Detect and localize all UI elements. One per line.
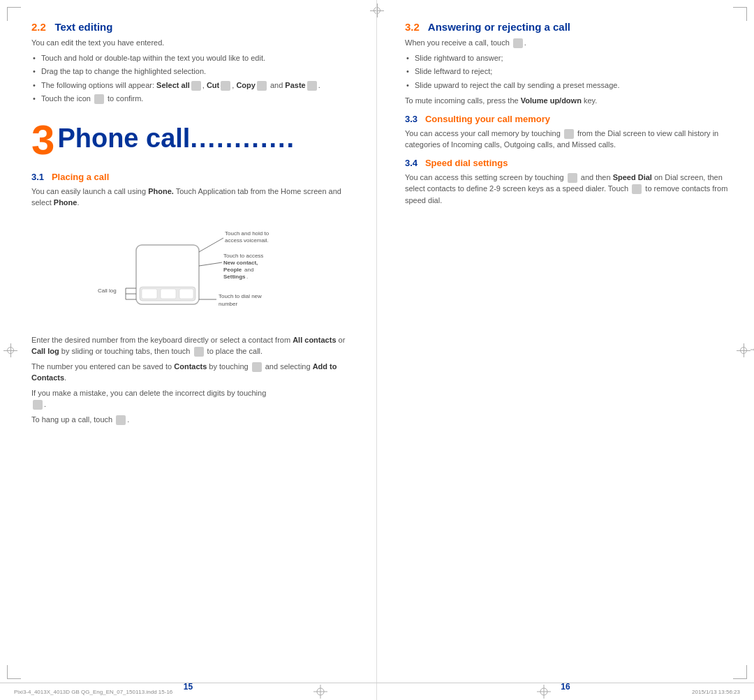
- svg-text:and: and: [244, 267, 253, 273]
- confirm-icon: [94, 94, 104, 104]
- bullet-drag-tap: Drag the tap to change the highlighted s…: [31, 66, 352, 77]
- footer-left-text: Pixi3-4_4013X_4013D GB QG_Eng_EN_07_1501…: [14, 689, 172, 695]
- svg-text:Touch to dial new: Touch to dial new: [219, 293, 262, 299]
- section-3-1-para2: Enter the desired number from the keyboa…: [31, 334, 352, 357]
- reg-mark-right-page: [751, 343, 754, 358]
- section-3-3-para1: You can access your call memory by touch…: [405, 128, 730, 151]
- delete-icon: [33, 400, 43, 410]
- hangup-icon: [116, 415, 126, 425]
- section-3-1-para4: If you make a mistake, you can delete th…: [31, 387, 352, 410]
- svg-line-5: [199, 238, 223, 252]
- chapter-3-title: Phone call: [57, 124, 190, 153]
- section-2-2-number: 2.2: [31, 21, 46, 33]
- reg-mark-bottom-right: [537, 685, 551, 699]
- footer-bar: Pixi3-4_4013X_4013D GB QG_Eng_EN_07_1501…: [0, 683, 754, 700]
- dial-diagram-area: Touch and hold to access voicemail. Touc…: [31, 219, 352, 324]
- svg-rect-2: [142, 289, 157, 299]
- bullet-touch-hold: Touch and hold or double-tap within the …: [31, 52, 352, 64]
- page-wrapper: 2.2 Text editing You can edit the text y…: [0, 0, 754, 700]
- section-3-1-para5: To hang up a call, touch .: [31, 414, 352, 426]
- svg-text:number: number: [219, 301, 237, 307]
- chapter-3-dots: ............: [190, 124, 295, 153]
- bullet-slide-up: Slide upward to reject the call by sendi…: [405, 80, 730, 91]
- footer-right-text: 2015/1/13 13:56:23: [692, 689, 740, 695]
- section-3-2-bullets: Slide rightward to answer; Slide leftwar…: [405, 52, 730, 91]
- reg-mark-bottom-left: [313, 685, 327, 699]
- svg-line-8: [199, 262, 222, 266]
- left-page: 2.2 Text editing You can edit the text y…: [0, 0, 377, 700]
- section-2-2-intro: You can edit the text you have entered.: [31, 37, 352, 49]
- right-page: 3.2 Answering or rejecting a call When y…: [377, 0, 754, 700]
- section-3-4-heading: 3.4 Speed dial settings: [405, 158, 730, 168]
- copy-icon: [257, 81, 267, 91]
- section-3-2-title: Answering or rejecting a call: [428, 21, 570, 33]
- call-icon: [194, 347, 204, 357]
- section-3-1-number: 3.1: [31, 172, 44, 182]
- svg-text:Touch and hold to: Touch and hold to: [225, 230, 269, 237]
- section-3-2-heading: 3.2 Answering or rejecting a call: [405, 21, 730, 33]
- section-3-2-para2: To mute incoming calls, press the Volume…: [405, 95, 730, 107]
- svg-text:Call log: Call log: [98, 288, 117, 294]
- call-memory-icon: [564, 129, 574, 139]
- section-3-4-para1: You can access this setting screen by to…: [405, 172, 730, 207]
- section-3-1-title: Placing a call: [52, 172, 109, 182]
- cut-icon: [221, 81, 230, 91]
- svg-text:Settings: Settings: [223, 274, 246, 280]
- svg-rect-4: [179, 289, 193, 299]
- section-3-3-number: 3.3: [405, 114, 417, 124]
- bullet-slide-left: Slide leftward to reject;: [405, 66, 730, 77]
- paste-icon: [307, 81, 317, 91]
- dial-diagram-svg: Touch and hold to access voicemail. Touc…: [94, 224, 290, 318]
- save-icon: [252, 362, 262, 372]
- svg-rect-3: [161, 289, 176, 299]
- svg-text:.: .: [246, 274, 248, 280]
- svg-text:New contact,: New contact,: [223, 260, 258, 266]
- section-3-4-number: 3.4: [405, 158, 417, 168]
- section-3-1-heading: 3.1 Placing a call: [31, 172, 352, 182]
- section-3-2-number: 3.2: [405, 21, 420, 33]
- section-2-2-bullets: Touch and hold or double-tap within the …: [31, 52, 352, 105]
- section-3-3-heading: 3.3 Consulting your call memory: [405, 114, 730, 124]
- svg-text:access voicemail.: access voicemail.: [225, 237, 269, 244]
- section-3-1-para3: The number you entered can be saved to C…: [31, 361, 352, 384]
- section-3-4-title: Speed dial settings: [425, 158, 508, 168]
- receive-call-icon: [513, 38, 523, 48]
- section-3-2-para1: When you receive a call, touch .: [405, 37, 730, 49]
- section-2-2-heading: 2.2 Text editing: [31, 21, 352, 33]
- chapter-3-heading: 3Phone call............: [31, 117, 352, 163]
- bullet-touch-icon: Touch the icon to confirm.: [31, 93, 352, 105]
- section-3-3-title: Consulting your call memory: [425, 114, 550, 124]
- svg-text:Touch to access: Touch to access: [223, 253, 263, 259]
- settings-icon: [568, 173, 577, 183]
- section-2-2-title: Text editing: [54, 21, 112, 33]
- bullet-slide-right: Slide rightward to answer;: [405, 52, 730, 64]
- chapter-3-number: 3: [31, 117, 54, 163]
- section-3-1-para1: You can easily launch a call using Phone…: [31, 186, 352, 209]
- bullet-options: The following options will appear: Selec…: [31, 80, 352, 91]
- remove-icon: [632, 184, 642, 194]
- select-all-icon: [191, 81, 201, 91]
- svg-text:People: People: [223, 267, 242, 273]
